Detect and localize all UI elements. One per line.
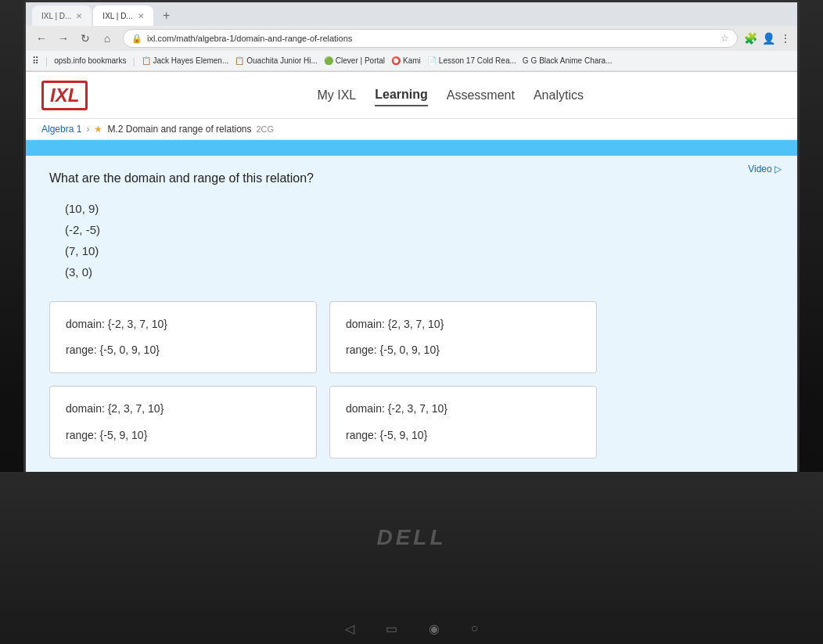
address-text: ixl.com/math/algebra-1/domain-and-range-… — [147, 34, 716, 43]
title-bar: ← → ↻ ⌂ 🔒 ixl.com/math/algebra-1/domain-… — [26, 26, 797, 51]
tab-label-2: IXL | D... — [102, 12, 132, 20]
browser-chrome: IXL | D... ✕ IXL | D... ✕ + ← → ↻ ⌂ 🔒 ix… — [26, 2, 797, 72]
nav-analytics[interactable]: Analytics — [534, 85, 584, 106]
taskbar-icon-4: ○ — [471, 621, 479, 635]
nav-my-ixl[interactable]: My IXL — [317, 85, 356, 106]
bookmarks-bar: ⠿ | opsb.info bookmarks | 📋 Jack Hayes E… — [26, 51, 797, 71]
bookmark-star[interactable]: ☆ — [721, 33, 729, 44]
pair-3: (7, 10) — [65, 240, 774, 261]
pair-4: (3, 0) — [65, 261, 774, 282]
nav-buttons: ← → ↻ ⌂ — [32, 29, 117, 48]
browser-tab-1[interactable]: IXL | D... ✕ — [32, 5, 92, 26]
content-area: Video ▷ What are the domain and range of… — [26, 156, 797, 485]
blue-accent-bar — [26, 140, 797, 156]
address-bar[interactable]: 🔒 ixl.com/math/algebra-1/domain-and-rang… — [123, 29, 738, 48]
bookmark-kami[interactable]: ⭕ Kami — [391, 56, 421, 65]
taskbar: ◁ ▭ ◉ ○ — [345, 613, 479, 644]
separator-1: | — [45, 56, 48, 67]
relation-list: (10, 9) (-2, -5) (7, 10) (3, 0) — [65, 198, 774, 282]
option-card-4[interactable]: domain: {-2, 3, 7, 10} range: {-5, 9, 10… — [329, 386, 597, 458]
tab-close-1[interactable]: ✕ — [76, 12, 82, 20]
taskbar-icon-3: ◉ — [429, 621, 440, 636]
reload-button[interactable]: ↻ — [76, 29, 95, 48]
tab-bar: IXL | D... ✕ IXL | D... ✕ + — [26, 2, 797, 26]
laptop-screen: IXL | D... ✕ IXL | D... ✕ + ← → ↻ ⌂ 🔒 ix… — [23, 0, 800, 485]
option-card-2[interactable]: domain: {2, 3, 7, 10} range: {-5, 0, 9, … — [329, 301, 597, 373]
browser-actions: 🧩 👤 ⋮ — [744, 32, 791, 45]
dell-logo: DELL — [376, 525, 446, 550]
new-tab-button[interactable]: + — [156, 5, 177, 26]
option-card-1[interactable]: domain: {-2, 3, 7, 10} range: {-5, 0, 9,… — [49, 301, 317, 373]
nav-assessment[interactable]: Assessment — [447, 85, 515, 106]
menu-icon[interactable]: ⋮ — [780, 32, 791, 45]
pair-2: (-2, -5) — [65, 219, 774, 240]
breadcrumb-count: 2CG — [256, 124, 274, 134]
options-grid: domain: {-2, 3, 7, 10} range: {-5, 0, 9,… — [49, 301, 597, 459]
taskbar-icon-2: ▭ — [386, 621, 397, 636]
breadcrumb: Algebra 1 › ★ M.2 Domain and range of re… — [26, 119, 797, 140]
ixl-logo[interactable]: IXL — [41, 81, 88, 110]
option-4-range: range: {-5, 9, 10} — [346, 426, 580, 445]
taskbar-icon-1: ◁ — [345, 621, 354, 636]
forward-button[interactable]: → — [54, 29, 73, 48]
tab-label-1: IXL | D... — [41, 12, 71, 20]
bookmark-opsb[interactable]: opsb.info bookmarks — [54, 56, 126, 65]
breadcrumb-sep: › — [86, 124, 89, 135]
bookmark-ouachita[interactable]: 📋 Ouachita Junior Hi... — [235, 56, 318, 65]
separator-2: | — [132, 56, 135, 67]
breadcrumb-parent[interactable]: Algebra 1 — [41, 124, 81, 135]
apps-icon[interactable]: ⠿ — [32, 56, 39, 67]
extensions-icon[interactable]: 🧩 — [744, 32, 757, 45]
profile-icon[interactable]: 👤 — [762, 32, 775, 45]
option-3-domain: domain: {2, 3, 7, 10} — [66, 399, 300, 419]
ixl-logo-text: IXL — [50, 85, 79, 106]
breadcrumb-current: M.2 Domain and range of relations — [107, 124, 251, 135]
option-1-domain: domain: {-2, 3, 7, 10} — [66, 315, 300, 334]
option-3-range: range: {-5, 9, 10} — [66, 426, 300, 445]
option-2-domain: domain: {2, 3, 7, 10} — [346, 315, 580, 334]
bookmark-lesson[interactable]: 📄 Lesson 17 Cold Rea... — [427, 56, 516, 65]
option-2-range: range: {-5, 0, 9, 10} — [346, 340, 580, 360]
option-card-3[interactable]: domain: {2, 3, 7, 10} range: {-5, 9, 10} — [49, 386, 317, 458]
ixl-navigation: My IXL Learning Assessment Analytics — [119, 85, 782, 106]
back-button[interactable]: ← — [32, 29, 51, 48]
nav-learning[interactable]: Learning — [375, 85, 428, 106]
bookmark-anime[interactable]: G G Black Anime Chara... — [523, 56, 613, 65]
pair-1: (10, 9) — [65, 198, 774, 219]
home-button[interactable]: ⌂ — [98, 29, 117, 48]
video-link[interactable]: Video ▷ — [748, 164, 782, 174]
ixl-app: IXL My IXL Learning Assessment Analytics… — [26, 72, 797, 485]
ixl-header: IXL My IXL Learning Assessment Analytics — [26, 72, 797, 119]
option-1-range: range: {-5, 0, 9, 10} — [66, 340, 300, 360]
option-4-domain: domain: {-2, 3, 7, 10} — [346, 399, 580, 419]
bookmark-clever[interactable]: 🟢 Clever | Portal — [324, 56, 385, 65]
bookmark-jack-hayes[interactable]: 📋 Jack Hayes Elemen... — [142, 56, 229, 65]
keyboard-area: DELL ◁ ▭ ◉ ○ — [0, 472, 823, 644]
question-text: What are the domain and range of this re… — [49, 171, 774, 185]
tab-close-2[interactable]: ✕ — [138, 12, 144, 20]
browser-tab-2[interactable]: IXL | D... ✕ — [93, 5, 153, 26]
lock-icon: 🔒 — [131, 34, 142, 44]
breadcrumb-star-icon: ★ — [94, 124, 102, 135]
